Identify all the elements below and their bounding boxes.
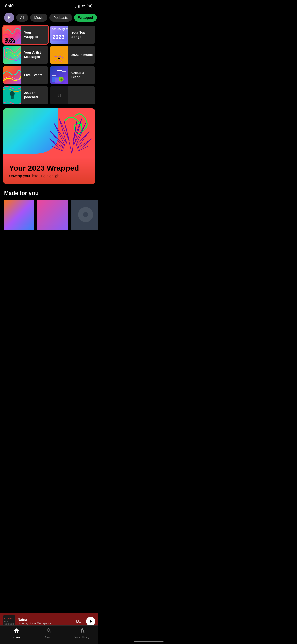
svg-text:2023: 2023 (52, 34, 64, 40)
grid-item-label-blend: Create a Blend (71, 71, 95, 79)
thumb-music-2023: ♩ (50, 46, 68, 64)
content-grid: 2023 Your Wrapped Your Top Songs 20 (0, 26, 98, 104)
grid-item-label-top-songs: Your Top Songs (71, 30, 95, 39)
status-time: 8:40 (5, 4, 14, 9)
grid-item-label-live-events: Live Events (24, 73, 44, 77)
filter-row: P All Music Podcasts Wrapped (0, 11, 98, 26)
banner-text-area: Your 2023 Wrapped Unwrap your listening … (3, 158, 95, 184)
status-icons: 58 (75, 4, 93, 8)
filter-all[interactable]: All (16, 14, 28, 22)
svg-rect-26 (4, 200, 34, 230)
banner-spikes-svg (49, 116, 94, 156)
filter-wrapped[interactable]: Wrapped (74, 14, 97, 22)
grid-item-live-events[interactable]: Live Events (3, 66, 48, 84)
svg-text:2023: 2023 (5, 39, 15, 44)
banner-title: Your 2023 Wrapped (9, 164, 89, 172)
playlist-thumb-2 (37, 200, 68, 230)
thumb-artist-messages (3, 46, 21, 64)
svg-point-30 (83, 212, 88, 217)
user-avatar[interactable]: P (4, 13, 14, 23)
svg-text:Your Top Songs: Your Top Songs (52, 29, 65, 31)
grid-item-music-2023[interactable]: ♩ 2023 in music (50, 46, 95, 64)
svg-rect-27 (37, 200, 68, 230)
thumb-podcasts-2023 (3, 86, 21, 104)
grid-item-label-podcasts-2023: 2023 in podcasts (24, 91, 48, 100)
made-for-you-title: Made for you (0, 188, 98, 200)
banner-subtitle: Unwrap your listening highlights. (9, 174, 89, 178)
wrapped-banner[interactable]: Your 2023 Wrapped Unwrap your listening … (3, 108, 95, 184)
playlist-thumb-3 (71, 200, 98, 230)
signal-icon (75, 5, 80, 8)
made-for-you-scroll (0, 200, 98, 235)
thumb-wrapped: 2023 (3, 26, 21, 44)
svg-text:♩: ♩ (57, 51, 61, 61)
filter-podcasts[interactable]: Podcasts (49, 14, 72, 22)
grid-item-wrapped[interactable]: 2023 Your Wrapped (3, 26, 48, 44)
thumb-empty: ♫ (50, 86, 68, 104)
playlist-card-1[interactable] (4, 200, 34, 231)
playlist-thumb-1 (4, 200, 34, 230)
playlist-card-2[interactable] (37, 200, 68, 231)
thumb-blend (50, 66, 68, 84)
grid-item-podcasts-2023[interactable]: 2023 in podcasts (3, 86, 48, 104)
svg-rect-23 (11, 96, 14, 99)
battery-icon: 58 (87, 4, 93, 8)
playlist-card-3[interactable] (71, 200, 98, 231)
empty-music-icon: ♫ (57, 92, 61, 99)
grid-item-label-artist-messages: Your Artist Messages (24, 51, 48, 59)
grid-item-artist-messages[interactable]: Your Artist Messages (3, 46, 48, 64)
svg-point-22 (10, 91, 15, 96)
banner-background: Your 2023 Wrapped Unwrap your listening … (3, 108, 95, 184)
thumb-top-songs: Your Top Songs 2023 (50, 26, 68, 44)
grid-item-top-songs[interactable]: Your Top Songs 2023 Your Top Songs (50, 26, 95, 44)
status-bar: 8:40 58 (0, 0, 98, 11)
grid-item-blend[interactable]: Create a Blend (50, 66, 95, 84)
svg-rect-8 (3, 66, 21, 84)
grid-item-empty[interactable]: ♫ (50, 86, 95, 104)
filter-music[interactable]: Music (30, 14, 48, 22)
thumb-live-events (3, 66, 21, 84)
grid-item-label-music-2023: 2023 in music (71, 53, 95, 57)
wifi-icon (81, 4, 85, 8)
grid-item-label-wrapped: Your Wrapped (24, 30, 48, 39)
